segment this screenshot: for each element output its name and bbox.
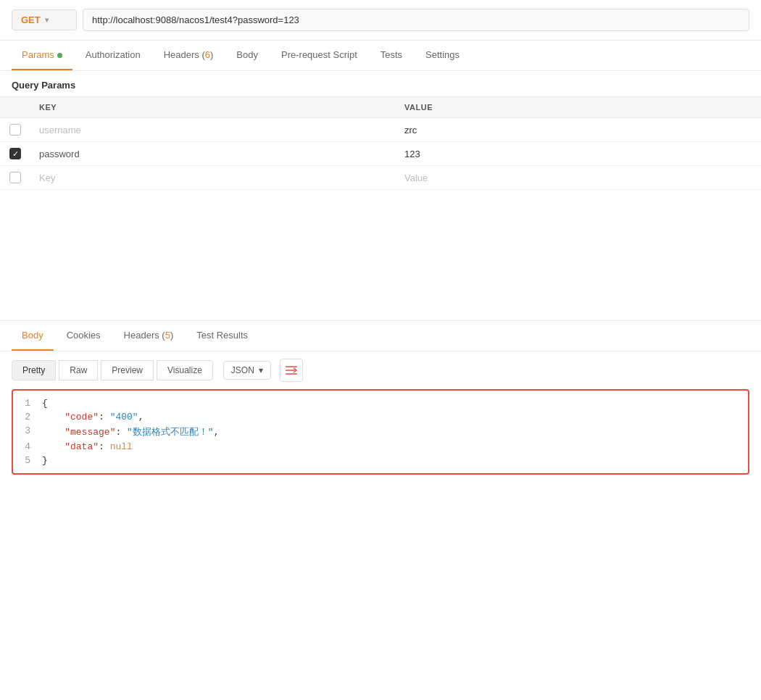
row3-check-cell (0, 166, 30, 190)
response-section: Body Cookies Headers (5) Test Results Pr… (0, 320, 761, 475)
json-line-5: 5 } (13, 454, 748, 467)
line-num-2: 2 (13, 412, 42, 422)
line-num-4: 4 (13, 441, 42, 452)
row2-key[interactable]: password (39, 149, 80, 159)
query-params-header: Query Params (0, 71, 761, 96)
row2-checkbox[interactable] (9, 148, 21, 159)
view-raw-button[interactable]: Raw (59, 360, 98, 380)
params-table: KEY VALUE username zrc (0, 96, 761, 190)
response-toolbar: Pretty Raw Preview Visualize JSON ▾ (0, 351, 761, 389)
row3-key-cell: Key (30, 166, 396, 190)
response-tabs-bar: Body Cookies Headers (5) Test Results (0, 321, 761, 351)
line-num-5: 5 (13, 455, 42, 466)
tab-headers[interactable]: Headers (6) (154, 41, 224, 70)
response-tab-headers[interactable]: Headers (5) (114, 321, 184, 351)
wrap-button[interactable] (280, 359, 303, 382)
row2-value-cell: 123 (396, 142, 761, 166)
line-num-1: 1 (13, 398, 42, 409)
view-visualize-button[interactable]: Visualize (157, 360, 213, 380)
row1-checkbox[interactable] (9, 124, 21, 136)
url-input[interactable] (83, 9, 749, 31)
tab-settings[interactable]: Settings (415, 41, 470, 70)
tab-authorization[interactable]: Authorization (75, 41, 151, 70)
col-check-header (0, 97, 30, 118)
row3-value[interactable]: Value (404, 172, 428, 183)
row1-value[interactable]: zrc (404, 125, 417, 136)
row1-value-cell: zrc (396, 118, 761, 142)
url-bar: GET ▾ (0, 0, 761, 41)
request-tabs-bar: Params Authorization Headers (6) Body Pr… (0, 41, 761, 71)
row2-value[interactable]: 123 (404, 149, 420, 159)
json-line-1: 1 { (13, 396, 748, 410)
json-line-2: 2 "code": "400", (13, 410, 748, 424)
response-tab-testresults[interactable]: Test Results (186, 321, 258, 351)
table-row: password 123 (0, 142, 761, 166)
format-chevron: ▾ (259, 365, 263, 375)
response-tab-cookies[interactable]: Cookies (57, 321, 111, 351)
row3-checkbox[interactable] (9, 172, 21, 183)
json-line-4: 4 "data": null (13, 440, 748, 454)
col-key-header: KEY (30, 97, 396, 118)
row1-check-cell (0, 118, 30, 142)
tab-body[interactable]: Body (226, 41, 268, 70)
row1-key-cell: username (30, 118, 396, 142)
format-label: JSON (231, 365, 254, 375)
response-tab-body[interactable]: Body (12, 321, 54, 351)
view-preview-button[interactable]: Preview (101, 360, 154, 380)
tab-prerequest[interactable]: Pre-request Script (271, 41, 367, 70)
row1-key[interactable]: username (39, 125, 81, 136)
view-pretty-button[interactable]: Pretty (12, 360, 56, 380)
row3-value-cell: Value (396, 166, 761, 190)
row3-key[interactable]: Key (39, 172, 55, 183)
tab-tests[interactable]: Tests (370, 41, 412, 70)
table-row: Key Value (0, 166, 761, 190)
format-selector[interactable]: JSON ▾ (223, 361, 271, 380)
method-selector[interactable]: GET ▾ (12, 9, 77, 30)
method-label: GET (21, 14, 41, 25)
line-num-3: 3 (13, 425, 42, 438)
json-response-body: 1 { 2 "code": "400", 3 "message": "数据格式不… (12, 389, 749, 475)
row2-check-cell (0, 142, 30, 166)
json-line-3: 3 "message": "数据格式不匹配！", (13, 424, 748, 440)
tab-params[interactable]: Params (12, 41, 72, 70)
row2-key-cell: password (30, 142, 396, 166)
col-value-header: VALUE (396, 97, 761, 118)
spacer (0, 190, 761, 320)
method-chevron: ▾ (45, 16, 49, 24)
params-dot (57, 53, 62, 58)
table-row: username zrc (0, 118, 761, 142)
